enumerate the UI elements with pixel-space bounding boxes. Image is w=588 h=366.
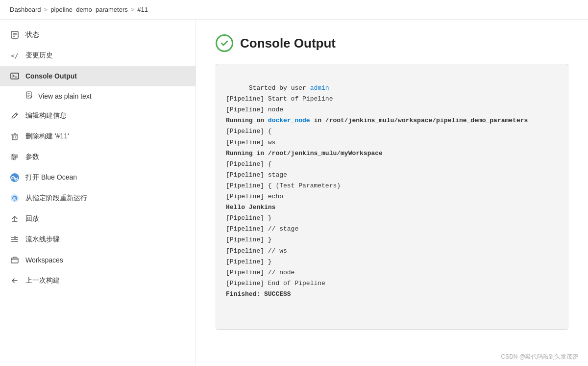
prev-build-icon <box>10 276 20 286</box>
blue-ocean-icon <box>10 173 20 183</box>
sidebar-item-pipeline-steps[interactable]: 流水线步骤 <box>0 229 196 250</box>
console-output-icon <box>10 71 20 81</box>
sidebar-item-restart-from-stage-label: 从指定阶段重新运行 <box>25 194 87 203</box>
docker-node-link[interactable]: docker_node <box>268 117 310 124</box>
workspaces-icon <box>10 255 20 265</box>
change-history-icon: </> <box>10 51 20 60</box>
sidebar-item-edit-build-info-label: 编辑构建信息 <box>25 111 67 120</box>
console-line-11: [Pipeline] echo <box>226 193 283 200</box>
console-line-1: Started by user admin <box>249 84 329 92</box>
breadcrumb-sep-2: > <box>131 6 135 13</box>
view-plain-text-icon <box>25 91 33 101</box>
edit-build-info-icon <box>10 111 20 121</box>
sidebar-item-params-label: 参数 <box>25 153 39 161</box>
sidebar-item-change-history[interactable]: </> 变更历史 <box>0 45 196 66</box>
console-line-19: [Pipeline] End of Pipeline <box>226 280 325 287</box>
main-layout: 状态 </> 变更历史 Console Output <box>0 20 588 366</box>
sidebar-item-prev-build-label: 上一次构建 <box>25 276 60 285</box>
status-icon <box>10 30 20 40</box>
watermark: CSDN @敲代码敲到头发茂密 <box>501 353 578 361</box>
success-icon <box>216 34 233 52</box>
sidebar-item-params[interactable]: 参数 <box>0 147 196 167</box>
console-line-20-bold: Finished: SUCCESS <box>226 290 291 298</box>
pipeline-steps-icon <box>10 235 20 244</box>
sidebar-item-change-history-label: 变更历史 <box>25 51 53 60</box>
console-line-14: [Pipeline] // stage <box>226 225 298 233</box>
console-line-18: [Pipeline] // node <box>226 269 294 276</box>
console-line-3: [Pipeline] node <box>226 106 283 113</box>
svg-point-22 <box>13 158 15 160</box>
sidebar-item-blue-ocean-label: 打开 Blue Ocean <box>25 173 77 182</box>
console-output-box: Started by user admin [Pipeline] Start o… <box>216 64 568 330</box>
breadcrumb: Dashboard > pipeline_demo_parameters > #… <box>0 0 588 20</box>
sidebar-item-replay[interactable]: 回放 <box>0 209 196 229</box>
sidebar-item-replay-label: 回放 <box>25 214 39 223</box>
svg-point-20 <box>12 154 14 156</box>
console-line-15: [Pipeline] } <box>226 236 272 243</box>
svg-point-24 <box>11 194 19 202</box>
svg-point-21 <box>15 156 17 158</box>
sidebar-sub-item-view-plain-text[interactable]: View as plain text <box>0 86 196 105</box>
sidebar-item-status-label: 状态 <box>25 30 39 39</box>
console-line-12-bold: Hello Jenkins <box>226 204 275 211</box>
sidebar-item-prev-build[interactable]: 上一次构建 <box>0 270 196 291</box>
sidebar: 状态 </> 变更历史 Console Output <box>0 20 196 366</box>
breadcrumb-sep-1: > <box>44 6 48 13</box>
sidebar-item-console-output[interactable]: Console Output <box>0 66 196 86</box>
console-line-17: [Pipeline] } <box>226 258 272 265</box>
sidebar-sub-item-view-plain-text-label: View as plain text <box>38 92 92 100</box>
svg-rect-12 <box>12 135 17 140</box>
console-line-7-bold: Running in /root/jenkins_mulu/myWorkspac… <box>226 150 383 157</box>
sidebar-item-delete-build-label: 删除构建 '#11' <box>25 132 69 141</box>
console-line-4-bold: Running on docker_node in /root/jenkins_… <box>226 117 528 124</box>
console-line-5: [Pipeline] { <box>226 128 272 135</box>
sidebar-item-pipeline-steps-label: 流水线步骤 <box>25 235 60 244</box>
sidebar-item-delete-build[interactable]: 删除构建 '#11' <box>0 126 196 147</box>
content-area: Console Output Started by user admin [Pi… <box>196 20 588 366</box>
params-icon <box>10 152 20 162</box>
sidebar-item-status[interactable]: 状态 <box>0 25 196 45</box>
sidebar-item-console-output-label: Console Output <box>25 72 77 80</box>
restart-from-stage-icon <box>10 193 20 203</box>
console-line-8: [Pipeline] { <box>226 160 272 168</box>
sidebar-item-restart-from-stage[interactable]: 从指定阶段重新运行 <box>0 188 196 209</box>
console-line-10: [Pipeline] { (Test Parameters) <box>226 182 341 189</box>
console-line-2: [Pipeline] Start of Pipeline <box>226 95 333 103</box>
admin-link[interactable]: admin <box>310 84 329 92</box>
breadcrumb-pipeline[interactable]: pipeline_demo_parameters <box>50 6 128 13</box>
sidebar-item-workspaces[interactable]: Workspaces <box>0 250 196 270</box>
svg-rect-5 <box>11 73 19 79</box>
console-line-13: [Pipeline] } <box>226 214 272 222</box>
page-title: Console Output <box>240 36 336 51</box>
replay-icon <box>10 214 20 224</box>
sidebar-item-workspaces-label: Workspaces <box>25 256 63 264</box>
svg-text:</>: </> <box>11 52 19 59</box>
sidebar-item-blue-ocean[interactable]: 打开 Blue Ocean <box>0 167 196 188</box>
page-title-row: Console Output <box>216 34 568 52</box>
delete-build-icon <box>10 131 20 141</box>
breadcrumb-build[interactable]: #11 <box>137 6 148 13</box>
console-line-9: [Pipeline] stage <box>226 171 287 179</box>
sidebar-item-edit-build-info[interactable]: 编辑构建信息 <box>0 105 196 126</box>
svg-rect-30 <box>11 258 18 263</box>
console-line-16: [Pipeline] // ws <box>226 247 287 255</box>
breadcrumb-dashboard[interactable]: Dashboard <box>10 6 41 13</box>
console-line-6: [Pipeline] ws <box>226 139 275 146</box>
